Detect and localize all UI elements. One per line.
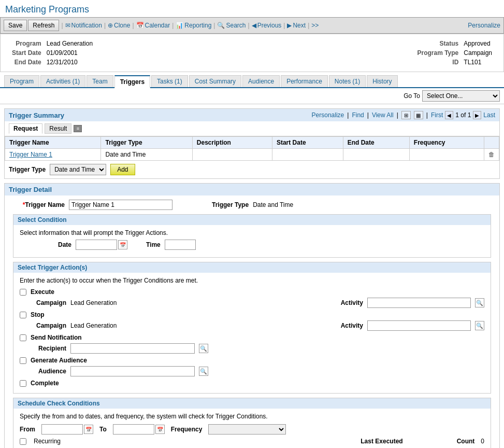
tab-history[interactable]: History <box>367 75 397 87</box>
tab-triggers[interactable]: Triggers <box>114 75 150 88</box>
tab-activities[interactable]: Activities (1) <box>40 75 85 87</box>
status-value: Approved <box>462 39 494 48</box>
complete-checkbox[interactable] <box>20 380 26 387</box>
send-notification-label: Send Notification <box>31 334 82 341</box>
ts-tab-icon[interactable]: ≡ <box>74 125 82 132</box>
trigger-type-label-detail: Trigger Type <box>212 201 249 208</box>
search-link[interactable]: 🔍 Search <box>217 22 246 29</box>
pager-next[interactable]: ▶ <box>473 111 481 119</box>
trigger-name-input[interactable] <box>69 200 172 210</box>
col-trigger-name: Trigger Name <box>5 137 101 149</box>
tab-performance[interactable]: Performance <box>281 75 328 87</box>
previous-icon: ◀ <box>252 22 256 29</box>
next-link[interactable]: ▶ Next <box>287 22 306 29</box>
audience-search-icon[interactable]: 🔍 <box>199 367 208 376</box>
count-value: 0 <box>481 438 484 445</box>
notification-link[interactable]: ✉ Notification <box>65 22 102 29</box>
program-info-right: Status Approved Program Type Campaign ID… <box>414 38 495 67</box>
tabs-bar: Program Activities (1) Team Triggers Tas… <box>0 75 504 88</box>
recurring-checkbox[interactable] <box>20 438 26 445</box>
send-notification-checkbox[interactable] <box>20 334 26 341</box>
execute-activity-search-icon[interactable]: 🔍 <box>475 298 484 307</box>
chart-icon-btn[interactable]: ▦ <box>414 111 423 119</box>
tab-tasks[interactable]: Tasks (1) <box>151 75 188 87</box>
personalize-trigger-link[interactable]: Personalize <box>312 111 344 119</box>
next-icon: ▶ <box>287 22 292 29</box>
previous-link[interactable]: ◀ Previous <box>252 22 282 29</box>
pager-of: 1 of 1 <box>455 111 471 119</box>
refresh-button[interactable]: Refresh <box>28 20 59 31</box>
date-input[interactable] <box>76 240 117 250</box>
view-all-link[interactable]: View All <box>372 111 394 119</box>
stop-activity-search-icon[interactable]: 🔍 <box>475 321 484 330</box>
trigger-name-cell[interactable]: Trigger Name 1 <box>5 149 101 161</box>
calendar-link[interactable]: 📅 Calendar <box>136 22 170 29</box>
notification-icon: ✉ <box>65 22 70 29</box>
stop-checkbox[interactable] <box>20 312 26 318</box>
program-type-value: Campaign <box>462 49 494 57</box>
clone-link[interactable]: ⊕ Clone <box>108 22 130 29</box>
search-icon: 🔍 <box>217 22 225 29</box>
page-title: Marketing Programs <box>0 0 504 17</box>
audience-input[interactable] <box>70 366 195 376</box>
schedule-check-subsection: Schedule Check Conditions Specify the fr… <box>13 398 491 448</box>
complete-row: Complete <box>20 380 484 387</box>
frequency-label: Frequency <box>171 426 203 433</box>
trigger-type-select[interactable]: Date and Time <box>50 164 106 175</box>
program-value: Lead Generation <box>45 39 95 48</box>
calendar-icon: 📅 <box>136 22 144 29</box>
tab-notes[interactable]: Notes (1) <box>329 75 366 87</box>
date-calendar-icon[interactable]: 📅 <box>118 240 127 249</box>
tab-program[interactable]: Program <box>4 75 39 87</box>
toolbar: Save Refresh | ✉ Notification | ⊕ Clone … <box>0 17 504 34</box>
to-date-input[interactable] <box>113 424 154 435</box>
ts-tab-request[interactable]: Request <box>9 123 42 134</box>
goto-select[interactable]: Select One... <box>422 90 500 102</box>
tab-team[interactable]: Team <box>87 75 113 87</box>
description-cell <box>192 149 272 161</box>
execute-activity-label: Activity <box>341 299 363 306</box>
stop-activity-input[interactable] <box>367 320 471 331</box>
send-notification-row: Send Notification <box>20 334 484 341</box>
frequency-cell <box>409 149 484 161</box>
recipient-search-icon[interactable]: 🔍 <box>199 344 208 353</box>
to-cal-icon[interactable]: 📅 <box>155 425 165 434</box>
pager-prev[interactable]: ◀ <box>445 111 453 119</box>
frequency-select[interactable] <box>208 424 286 435</box>
grid-icon-btn[interactable]: ⊞ <box>401 111 411 119</box>
select-trigger-actions-subsection: Select Trigger Action(s) Enter the actio… <box>13 262 491 394</box>
from-cal-icon[interactable]: 📅 <box>84 425 93 434</box>
tab-cost-summary[interactable]: Cost Summary <box>189 75 241 87</box>
add-row: Trigger Type Date and Time Add <box>5 161 499 178</box>
execute-checkbox[interactable] <box>20 289 26 296</box>
condition-description: Select information that will prompt the … <box>20 229 484 236</box>
more-link[interactable]: >> <box>311 22 319 29</box>
from-date-input[interactable] <box>41 424 83 435</box>
personalize-link[interactable]: Personalize <box>468 22 500 29</box>
save-button[interactable]: Save <box>4 20 27 31</box>
ts-tab-result[interactable]: Result <box>45 123 71 134</box>
stop-label: Stop <box>31 311 45 318</box>
reporting-link[interactable]: 📊 Reporting <box>176 22 211 29</box>
schedule-description: Specify the from and to dates, and frequ… <box>20 413 484 420</box>
execute-activity-input[interactable] <box>367 298 471 308</box>
delete-cell[interactable]: 🗑 <box>484 149 499 161</box>
generate-audience-checkbox[interactable] <box>20 357 26 364</box>
trigger-name-row: *Trigger Name Trigger Type Date and Time <box>13 200 491 210</box>
pager-last[interactable]: Last <box>483 111 495 119</box>
audience-label: Audience <box>30 368 66 375</box>
count-label: Count <box>457 438 475 445</box>
to-label: To <box>99 426 107 433</box>
add-trigger-button[interactable]: Add <box>110 164 135 175</box>
time-input[interactable] <box>165 240 196 250</box>
pager-first[interactable]: First <box>431 111 443 119</box>
start-date-cell <box>272 149 343 161</box>
find-link[interactable]: Find <box>352 111 364 119</box>
date-label: Date <box>20 241 71 248</box>
recipient-input[interactable] <box>70 343 195 354</box>
stop-row: Stop <box>20 311 484 318</box>
stop-campaign-value: Lead Generation <box>70 322 117 329</box>
delete-icon[interactable]: 🗑 <box>488 151 495 158</box>
tab-audience[interactable]: Audience <box>242 75 280 87</box>
trigger-type-add-label: Trigger Type <box>9 166 46 173</box>
